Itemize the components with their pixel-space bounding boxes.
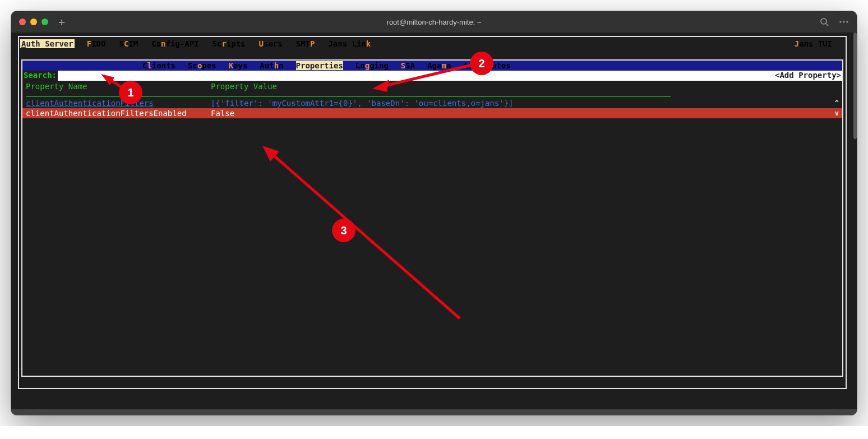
- tab-8[interactable]: Attributes: [463, 61, 510, 70]
- menu-item-4[interactable]: Scripts: [211, 39, 247, 48]
- menu-item-2[interactable]: SCIM: [118, 39, 139, 48]
- outer-frame: Auth ServerFIDOSCIMConfig-APIScriptsUser…: [18, 36, 847, 389]
- svg-point-4: [846, 21, 848, 22]
- property-row-1[interactable]: clientAuthenticationFiltersEnabledFalse: [22, 108, 842, 118]
- menu-item-7[interactable]: Jans Link: [327, 39, 372, 48]
- property-name: clientAuthenticationFiltersEnabled: [26, 109, 211, 118]
- horizontal-scrollbar[interactable]: [11, 409, 857, 415]
- scroll-up-icon[interactable]: ^: [835, 98, 839, 108]
- scroll-down-icon[interactable]: v: [835, 108, 839, 118]
- header-divider: [26, 96, 671, 97]
- header-property-name: Property Name: [26, 82, 211, 91]
- svg-line-1: [826, 24, 828, 26]
- add-property-button[interactable]: <Add Property>: [774, 71, 842, 81]
- terminal-window: + root@milton-ch-hardy-mite: ~ Auth Serv…: [11, 11, 857, 415]
- menu-item-1[interactable]: FIDO: [86, 39, 107, 48]
- svg-point-0: [821, 19, 827, 24]
- table-headers: Property Name Property Value: [22, 81, 842, 91]
- content-frame: ClientsScopesKeysAuthnPropertiesLoggingS…: [21, 59, 843, 377]
- tab-0[interactable]: Clients: [142, 61, 176, 70]
- tab-3[interactable]: Authn: [260, 61, 283, 70]
- tab-2[interactable]: Keys: [229, 61, 248, 70]
- svg-point-2: [839, 21, 841, 22]
- search-row: Search: <Add Property>: [22, 71, 842, 81]
- tab-bar: ClientsScopesKeysAuthnPropertiesLoggingS…: [22, 61, 842, 71]
- property-name: clientAuthenticationFilters: [26, 99, 211, 108]
- main-menubar: Auth ServerFIDOSCIMConfig-APIScriptsUser…: [19, 37, 846, 49]
- tab-5[interactable]: Logging: [355, 61, 389, 70]
- search-icon[interactable]: [820, 17, 829, 26]
- svg-point-3: [843, 21, 844, 22]
- vertical-scrollbar[interactable]: [853, 33, 857, 139]
- tab-1[interactable]: Scopes: [188, 61, 216, 70]
- search-label: Search:: [22, 71, 58, 81]
- close-window-button[interactable]: [19, 19, 26, 25]
- property-row-0[interactable]: clientAuthenticationFilters[{'filter': '…: [22, 98, 842, 108]
- menu-item-6[interactable]: SMTP: [295, 39, 316, 48]
- tab-7[interactable]: Agama: [427, 61, 451, 70]
- brand-label: Jans TUI: [793, 39, 833, 48]
- property-value: False: [211, 109, 839, 118]
- scroll-indicators: ^ v: [835, 98, 839, 118]
- window-controls: [19, 19, 48, 25]
- property-rows: clientAuthenticationFilters[{'filter': '…: [22, 98, 842, 118]
- header-property-value: Property Value: [211, 82, 839, 91]
- more-icon[interactable]: [839, 17, 849, 26]
- menu-item-0[interactable]: Auth Server: [20, 39, 75, 48]
- menu-item-5[interactable]: Users: [258, 39, 284, 48]
- property-value: [{'filter': 'myCustomAttr1={0}', 'baseDn…: [211, 99, 839, 108]
- tab-6[interactable]: SSA: [401, 61, 415, 70]
- new-tab-button[interactable]: +: [58, 15, 65, 29]
- tab-4[interactable]: Properties: [296, 61, 343, 70]
- menu-item-3[interactable]: Config-API: [150, 39, 200, 48]
- maximize-window-button[interactable]: [41, 19, 48, 25]
- window-title: root@milton-ch-hardy-mite: ~: [11, 18, 857, 26]
- search-input[interactable]: [58, 71, 774, 81]
- titlebar: + root@milton-ch-hardy-mite: ~: [11, 11, 857, 33]
- minimize-window-button[interactable]: [30, 19, 37, 25]
